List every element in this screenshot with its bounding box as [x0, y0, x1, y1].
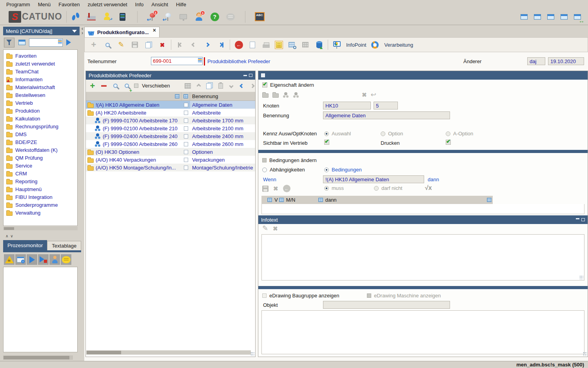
window-button-1[interactable] — [519, 12, 529, 22]
sidebar-item-rechnungspruefung[interactable]: Rechnungsprüfung — [4, 122, 77, 130]
sidebar-item-produktion[interactable]: Produktion — [4, 107, 77, 115]
table-icon[interactable] — [318, 198, 323, 202]
infopoint-button[interactable] — [332, 40, 342, 50]
return-button[interactable]: ← — [234, 40, 244, 50]
row-checkbox[interactable] — [184, 166, 188, 170]
bedingungen-aendern-checkbox[interactable] — [262, 158, 267, 162]
sidebar-item-teamchat[interactable]: TeamChat — [4, 67, 77, 75]
condition-col-v[interactable]: V — [273, 196, 285, 204]
table-icon[interactable] — [175, 94, 180, 98]
factory-button[interactable] — [86, 12, 96, 22]
resize-grip[interactable] — [250, 352, 254, 356]
menu-hilfe[interactable]: Hilfe — [172, 1, 190, 8]
menu-menue[interactable]: Menü — [34, 1, 55, 8]
verarbeitung-label[interactable]: Verarbeitung — [384, 42, 413, 48]
sidebar-item-reporting[interactable]: Reporting — [4, 177, 77, 185]
menu-ansicht[interactable]: Ansicht — [147, 1, 172, 8]
verschieben-checkbox[interactable] — [134, 84, 138, 88]
abc-board-button[interactable]: ABC — [255, 12, 265, 22]
zoom-in-button[interactable]: + — [123, 81, 131, 91]
row-checkbox[interactable] — [184, 134, 188, 138]
user-return-button[interactable]: ↩ — [102, 12, 112, 22]
bedingungen-radio-row[interactable]: Bedingungen — [324, 167, 362, 173]
process-info-button[interactable] — [15, 254, 26, 265]
search-button[interactable] — [102, 40, 113, 50]
tree-row-9999-02400[interactable]: (F) 9999-02400 Arbeitsbreite 240Arbeitsb… — [86, 132, 255, 140]
last-record-button[interactable] — [216, 40, 226, 50]
row-checkbox[interactable] — [184, 150, 188, 154]
copy-button[interactable] — [143, 40, 154, 50]
scrollbar-thumb[interactable] — [87, 351, 121, 354]
sidebar-item-verwaltung[interactable]: Verwaltung — [4, 209, 77, 217]
row-checkbox[interactable] — [184, 142, 188, 146]
row-checkbox[interactable] — [184, 103, 188, 107]
delete-button[interactable]: ✖ — [157, 40, 167, 50]
tab-produktkonfigurator[interactable]: Produktkonfigurato... × — [84, 27, 160, 37]
new-window-button[interactable] — [16, 38, 27, 47]
product-library-panel-header[interactable]: Produktbibliothek Prefeeder — [86, 71, 255, 80]
footprints-button[interactable] — [71, 12, 81, 22]
add-node-button[interactable]: + — [89, 81, 96, 91]
dropdown-arrow-icon[interactable] — [72, 30, 77, 33]
combo-icon[interactable] — [58, 40, 62, 45]
menu-info[interactable]: Info — [131, 1, 148, 8]
sidebar-collapse-strip[interactable]: ‹› — [80, 27, 84, 42]
tab-prozessmonitor[interactable]: Prozessmonitor — [3, 240, 47, 250]
row-checkbox[interactable] — [184, 158, 188, 162]
window-button-3[interactable] — [546, 12, 556, 22]
sidebar-menu-scrollbar[interactable] — [3, 227, 78, 230]
sidebar-item-crm[interactable]: CRM — [4, 169, 77, 177]
restore-icon[interactable] — [249, 74, 252, 77]
drucken-checkbox[interactable] — [446, 140, 451, 145]
sidebar-item-zuletzt-verwendet[interactable]: zuletzt verwendet — [4, 60, 77, 67]
tree-horizontal-scrollbar[interactable] — [86, 350, 251, 355]
sidebar-item-favoriten[interactable]: Favoriten — [4, 52, 77, 60]
sidebar-item-qm-pruefung[interactable]: QM Prüfung — [4, 154, 77, 162]
bedingungen-radio[interactable] — [324, 168, 329, 172]
chevron-right-icon[interactable]: › — [82, 31, 83, 35]
sidebar-item-materialwirtschaft[interactable]: Materialwirtschaft — [4, 83, 77, 91]
condition-col-select[interactable] — [261, 196, 273, 204]
sidebar-item-vertrieb[interactable]: Vertrieb — [4, 99, 77, 107]
window-button-2[interactable] — [532, 12, 543, 22]
row-checkbox[interactable] — [184, 118, 188, 123]
sidebar-item-bestellwesen[interactable]: Bestellwesen — [4, 91, 77, 99]
condition-col-dann[interactable]: dann — [324, 196, 493, 204]
tree-row-hk50[interactable]: (A/O) HK50 Montage/Schulung/In...Montage… — [86, 164, 255, 171]
eigenschaft-aendern-checkbox[interactable] — [262, 82, 267, 87]
table-icon[interactable] — [183, 94, 188, 98]
restore-icon[interactable] — [581, 218, 585, 221]
edit-button[interactable]: ✎ — [116, 40, 126, 50]
table-icon[interactable] — [279, 198, 284, 202]
sidebar-item-hauptmenue[interactable]: Hauptmenü — [4, 185, 77, 193]
tree-row-hk30[interactable]: (O) HK30 OptionenOptionen — [86, 148, 255, 156]
splitter-collapse-buttons[interactable]: ∧∨ — [5, 234, 15, 238]
server-button[interactable] — [118, 12, 128, 22]
tree-row-9999-02100[interactable]: (F) 9999-02100 Arbeitsbreite 210Arbeitsb… — [86, 124, 255, 132]
teilenummer-input[interactable] — [151, 57, 203, 65]
move-left-button[interactable] — [238, 81, 245, 91]
filter-button[interactable] — [4, 38, 15, 47]
row-checkbox[interactable] — [184, 111, 188, 115]
notes-button-active[interactable] — [275, 41, 283, 49]
switch-window-button[interactable]: ↔ — [572, 12, 583, 22]
tree-column-header[interactable] — [86, 92, 181, 100]
search-run-button[interactable] — [65, 37, 73, 47]
scrollbar-thumb[interactable] — [4, 227, 14, 230]
condition-col-mn[interactable]: M/N — [285, 196, 324, 204]
pin-notification-button[interactable]: ↩1 — [147, 12, 157, 22]
process-warning-button[interactable] — [4, 254, 15, 265]
panel-header-square-icon[interactable] — [261, 73, 265, 77]
sidebar-item-bde-pze[interactable]: BDE/PZE — [4, 138, 77, 146]
help-button[interactable]: ? — [210, 12, 220, 22]
edrawing-baugruppe-row[interactable]: eDrawing Baugruppe anzeigen — [262, 293, 339, 299]
resize-grip[interactable] — [579, 275, 583, 279]
process-start-button[interactable] — [27, 254, 37, 265]
copy-node-button[interactable] — [206, 81, 214, 91]
menu-programm[interactable]: Programm — [2, 1, 34, 8]
minimize-icon[interactable] — [576, 218, 579, 219]
property-panel-header[interactable] — [258, 71, 588, 80]
sidebar-item-informanten[interactable]: Informanten — [4, 75, 77, 83]
edrawing-baugruppe-checkbox[interactable] — [262, 293, 267, 298]
tree-row-hk20[interactable]: (A) HK20 ArbeitsbreiteArbeitsbreite — [86, 109, 255, 117]
